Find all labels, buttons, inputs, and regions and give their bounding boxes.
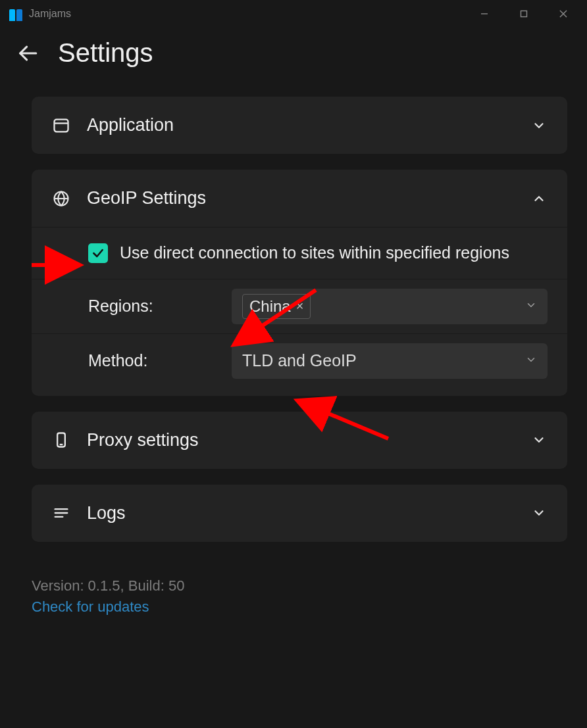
section-proxy-head[interactable]: Proxy settings [32, 412, 567, 469]
section-application: Application [32, 97, 567, 154]
section-proxy: Proxy settings [32, 412, 567, 469]
minimize-button[interactable] [465, 0, 504, 28]
geoip-direct-label: Use direct connection to sites within sp… [120, 242, 509, 264]
section-geoip: GeoIP Settings Use direct connection to … [32, 170, 567, 396]
section-application-title: Application [87, 115, 515, 135]
titlebar: Jamjams [0, 0, 587, 28]
region-chip-china[interactable]: China × [242, 294, 311, 319]
version-text: Version: 0.1.5, Build: 50 [32, 577, 567, 595]
section-geoip-head[interactable]: GeoIP Settings [32, 170, 567, 227]
regions-label: Regions: [88, 297, 220, 316]
titlebar-left: Jamjams [9, 7, 71, 21]
svg-rect-1 [521, 11, 527, 17]
chevron-down-icon [530, 431, 548, 449]
svg-rect-5 [55, 119, 68, 132]
section-application-head[interactable]: Application [32, 97, 567, 154]
geoip-method-row: Method: TLD and GeoIP [32, 334, 567, 396]
chevron-down-icon [530, 504, 548, 522]
method-value: TLD and GeoIP [242, 351, 357, 370]
chevron-down-icon [525, 299, 537, 314]
app-name: Jamjams [29, 8, 71, 20]
chevron-down-icon [525, 354, 537, 368]
lines-icon [51, 503, 71, 523]
method-select[interactable]: TLD and GeoIP [232, 343, 548, 379]
geoip-regions-row: Regions: China × [32, 279, 567, 333]
chevron-down-icon [530, 117, 548, 134]
content: Application GeoIP Settings [0, 84, 587, 728]
section-proxy-title: Proxy settings [87, 430, 515, 450]
geoip-direct-checkbox[interactable] [88, 243, 108, 263]
section-logs-head[interactable]: Logs [32, 485, 567, 542]
window-icon [51, 116, 71, 135]
back-button[interactable] [14, 40, 41, 66]
globe-icon [51, 189, 71, 208]
chevron-up-icon [530, 190, 548, 207]
chip-remove-icon[interactable]: × [296, 299, 304, 314]
region-chip-label: China [249, 297, 291, 316]
section-logs-title: Logs [87, 503, 515, 523]
device-icon [51, 430, 71, 450]
page-header: Settings [0, 28, 587, 84]
app-logo-icon [9, 7, 24, 21]
method-label: Method: [88, 351, 220, 370]
app-window: Jamjams Settings Applicati [0, 0, 587, 728]
section-logs: Logs [32, 485, 567, 542]
close-button[interactable] [544, 0, 583, 28]
window-controls [465, 0, 583, 28]
section-geoip-title: GeoIP Settings [87, 188, 515, 208]
regions-select[interactable]: China × [232, 289, 548, 324]
page-title: Settings [58, 38, 153, 68]
geoip-direct-row: Use direct connection to sites within sp… [32, 228, 567, 279]
maximize-button[interactable] [504, 0, 544, 28]
check-updates-link[interactable]: Check for updates [32, 598, 567, 616]
footer: Version: 0.1.5, Build: 50 Check for upda… [32, 558, 567, 616]
